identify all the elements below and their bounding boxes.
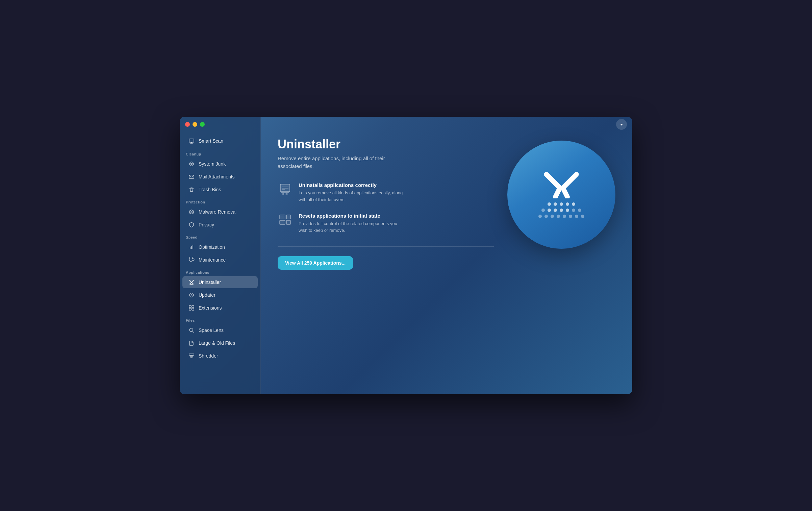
sidebar-item-malware-removal[interactable]: Malware Removal: [182, 206, 258, 218]
sidebar-item-updater[interactable]: Updater: [182, 289, 258, 301]
dot: [563, 215, 566, 218]
dot: [544, 215, 548, 218]
sidebar-item-privacy[interactable]: Privacy: [182, 219, 258, 231]
sidebar-item-smart-scan[interactable]: Smart Scan: [182, 135, 258, 147]
space-lens-icon: [188, 327, 195, 333]
feature-title-1: Uninstalls applications correctly: [299, 182, 407, 188]
content-area: Uninstaller Remove entire applications, …: [278, 137, 615, 381]
sidebar-item-system-junk[interactable]: System Junk: [182, 158, 258, 170]
updater-label: Updater: [199, 292, 215, 298]
dot: [554, 202, 557, 206]
sidebar-item-maintenance[interactable]: Maintenance: [182, 254, 258, 266]
sidebar-item-large-old-files[interactable]: Large & Old Files: [182, 337, 258, 349]
sidebar-item-uninstaller[interactable]: Uninstaller: [182, 276, 258, 288]
feature-card-2: Resets applications to initial state Pro…: [278, 213, 494, 234]
protection-section-label: Protection: [180, 196, 260, 205]
minimize-button[interactable]: [193, 122, 197, 127]
svg-rect-33: [280, 215, 285, 219]
feature-desc-2: Provides full control of the related com…: [299, 220, 407, 234]
feature-card-1: Uninstalls applications correctly Lets y…: [278, 182, 494, 203]
uninstaller-illustration: [507, 141, 615, 249]
smart-scan-label: Smart Scan: [199, 138, 223, 144]
svg-rect-34: [280, 220, 285, 224]
svg-line-20: [190, 356, 191, 358]
feature-text-1: Uninstalls applications correctly Lets y…: [299, 182, 407, 203]
svg-rect-0: [189, 139, 194, 142]
dot: [541, 209, 545, 212]
svg-line-29: [283, 193, 284, 195]
smart-scan-icon: [188, 138, 195, 144]
large-old-files-label: Large & Old Files: [199, 340, 235, 346]
dot: [566, 202, 569, 206]
mail-attachments-label: Mail Attachments: [199, 174, 235, 179]
dot: [578, 209, 581, 212]
svg-rect-24: [280, 184, 290, 192]
sidebar-item-space-lens[interactable]: Space Lens: [182, 324, 258, 336]
dot-row-3: [538, 215, 584, 218]
sidebar-item-optimization[interactable]: Optimization: [182, 241, 258, 253]
page-subtitle: Remove entire applications, including al…: [278, 155, 392, 170]
sidebar: Smart Scan Cleanup System Junk: [180, 117, 261, 394]
malware-removal-label: Malware Removal: [199, 209, 236, 215]
sidebar-item-shredder[interactable]: Shredder: [182, 350, 258, 362]
content-divider: [278, 246, 494, 247]
dot: [538, 215, 542, 218]
large-old-files-icon: [188, 340, 195, 346]
content-left: Uninstaller Remove entire applications, …: [278, 137, 494, 270]
svg-rect-13: [189, 306, 191, 308]
content-right: [507, 137, 615, 249]
optimization-icon: [188, 244, 195, 250]
maximize-button[interactable]: [200, 122, 205, 127]
system-junk-label: System Junk: [199, 161, 226, 167]
maintenance-label: Maintenance: [199, 257, 226, 263]
close-button[interactable]: [185, 122, 190, 127]
sidebar-item-trash-bins[interactable]: Trash Bins: [182, 184, 258, 196]
dot: [548, 202, 551, 206]
account-button[interactable]: ●: [616, 119, 627, 130]
dot-row-2: [541, 209, 581, 212]
extensions-icon: [188, 305, 195, 311]
dot: [560, 202, 563, 206]
updater-icon: [188, 292, 195, 298]
main-content: Uninstaller Remove entire applications, …: [261, 117, 632, 394]
traffic-lights: [185, 122, 205, 127]
space-lens-label: Space Lens: [199, 327, 224, 333]
privacy-icon: [188, 222, 195, 228]
dot: [566, 209, 569, 212]
uninstaller-label: Uninstaller: [199, 279, 221, 285]
feature-desc-1: Lets you remove all kinds of application…: [299, 190, 407, 203]
account-icon: ●: [620, 122, 623, 127]
svg-rect-15: [189, 308, 191, 310]
sidebar-item-mail-attachments[interactable]: Mail Attachments: [182, 171, 258, 183]
app-window: ● Smart Scan Cleanup: [180, 117, 632, 394]
dot: [581, 215, 584, 218]
optimization-label: Optimization: [199, 244, 225, 250]
dot: [572, 209, 575, 212]
svg-rect-36: [286, 220, 290, 224]
dot-row-1: [548, 202, 575, 206]
cleanup-section-label: Cleanup: [180, 148, 260, 157]
feature-title-2: Resets applications to initial state: [299, 213, 407, 219]
dot: [560, 209, 563, 212]
svg-rect-5: [189, 175, 194, 178]
files-section-label: Files: [180, 314, 260, 324]
view-all-applications-button[interactable]: View All 259 Applications...: [278, 256, 353, 270]
privacy-label: Privacy: [199, 222, 214, 227]
svg-rect-14: [192, 306, 194, 308]
svg-rect-16: [192, 308, 194, 310]
dot: [557, 215, 560, 218]
dots-grid: [538, 202, 584, 218]
shredder-label: Shredder: [199, 353, 218, 359]
svg-rect-35: [286, 215, 290, 219]
trash-bins-icon: [188, 187, 195, 193]
uninstalls-icon: [278, 182, 293, 197]
dot: [554, 209, 557, 212]
system-junk-icon: [188, 161, 195, 167]
svg-rect-19: [189, 354, 194, 355]
page-title: Uninstaller: [278, 137, 494, 151]
dot: [569, 215, 572, 218]
mail-attachments-icon: [188, 174, 195, 180]
maintenance-icon: [188, 257, 195, 263]
feature-text-2: Resets applications to initial state Pro…: [299, 213, 407, 234]
sidebar-item-extensions[interactable]: Extensions: [182, 302, 258, 314]
